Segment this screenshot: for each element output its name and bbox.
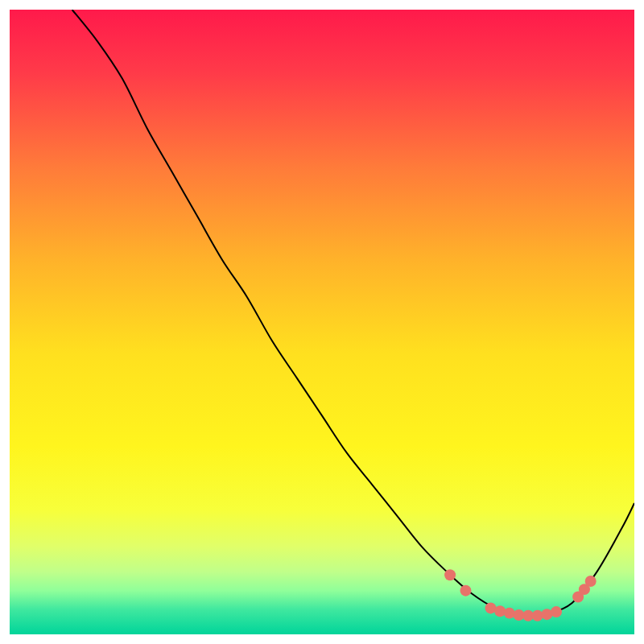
highlight-markers [444, 569, 597, 621]
highlight-dot [551, 606, 562, 617]
highlight-dot [585, 576, 597, 587]
highlight-dot [494, 605, 506, 617]
highlight-dot [460, 585, 471, 597]
chart-container: TheBottleneck.com [0, 0, 644, 644]
highlight-dot [444, 569, 456, 580]
bottleneck-curve [72, 10, 634, 616]
curve-layer [10, 10, 634, 634]
highlight-dot [504, 608, 515, 619]
plot-area [10, 10, 634, 634]
